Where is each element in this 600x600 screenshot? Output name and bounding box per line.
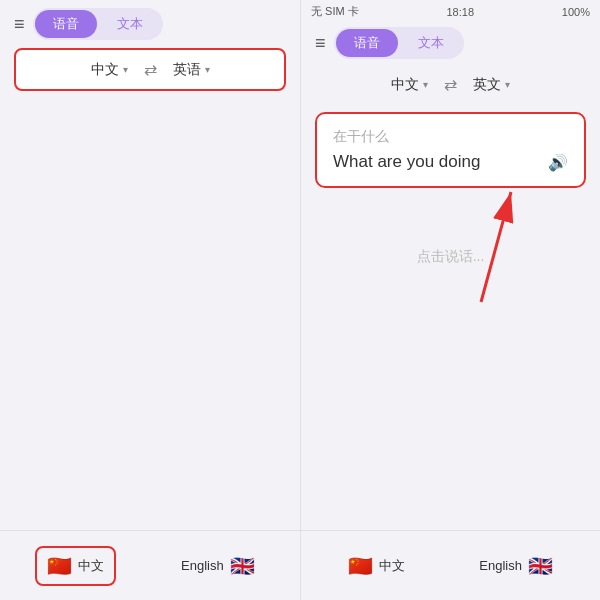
speaker-icon[interactable]: 🔊	[548, 153, 568, 172]
left-hamburger-icon[interactable]: ≡	[14, 14, 25, 35]
translation-result-text: What are you doing	[333, 152, 480, 172]
right-bottom-chinese-label: 中文	[379, 557, 405, 575]
right-header: ≡ 语音 文本	[301, 19, 600, 67]
right-lang-row: 中文 ▾ ⇄ 英文 ▾	[301, 67, 600, 102]
left-swap-icon[interactable]: ⇄	[144, 60, 157, 79]
right-tab-text[interactable]: 文本	[400, 29, 462, 57]
battery-label: 100%	[562, 6, 590, 18]
left-source-lang-arrow: ▾	[123, 64, 128, 75]
left-bottom-chinese-item[interactable]: 🇨🇳 中文	[35, 546, 116, 586]
left-target-lang-button[interactable]: 英语 ▾	[173, 61, 210, 79]
right-china-flag: 🇨🇳	[348, 554, 373, 578]
left-bottom-english-item[interactable]: English 🇬🇧	[171, 548, 265, 584]
left-china-flag: 🇨🇳	[47, 554, 72, 578]
right-bottom-english-item[interactable]: English 🇬🇧	[469, 548, 563, 584]
right-uk-flag: 🇬🇧	[528, 554, 553, 578]
right-panel: 无 SIM 卡 18:18 100% ≡ 语音 文本 中文 ▾ ⇄ 英文 ▾ 在…	[300, 0, 600, 600]
right-swap-icon[interactable]: ⇄	[444, 75, 457, 94]
right-bottom-chinese-item[interactable]: 🇨🇳 中文	[338, 548, 415, 584]
left-tab-text[interactable]: 文本	[99, 10, 161, 38]
right-source-lang-button[interactable]: 中文 ▾	[391, 76, 428, 94]
translation-source-text: 在干什么	[333, 128, 568, 146]
right-tab-group: 语音 文本	[334, 27, 464, 59]
right-tab-voice[interactable]: 语音	[336, 29, 398, 57]
left-tab-group: 语音 文本	[33, 8, 163, 40]
svg-line-1	[481, 192, 511, 302]
right-status-bar: 无 SIM 卡 18:18 100%	[301, 0, 600, 19]
translation-box: 在干什么 What are you doing 🔊	[315, 112, 586, 188]
left-lang-row: 中文 ▾ ⇄ 英语 ▾	[14, 48, 286, 91]
left-uk-flag: 🇬🇧	[230, 554, 255, 578]
right-source-lang-label: 中文	[391, 76, 419, 94]
right-target-lang-button[interactable]: 英文 ▾	[473, 76, 510, 94]
left-bottom-english-label: English	[181, 558, 224, 573]
left-tab-voice[interactable]: 语音	[35, 10, 97, 38]
status-time: 18:18	[447, 6, 475, 18]
left-panel: ≡ 语音 文本 中文 ▾ ⇄ 英语 ▾ 🇨🇳 中文 English 🇬🇧	[0, 0, 300, 600]
right-target-lang-arrow: ▾	[505, 79, 510, 90]
left-main-area	[0, 91, 300, 530]
right-main-area: 在干什么 What are you doing 🔊 点击说话...	[301, 102, 600, 530]
right-source-lang-arrow: ▾	[423, 79, 428, 90]
left-header: ≡ 语音 文本	[0, 0, 300, 48]
right-bottom-bar: 🇨🇳 中文 English 🇬🇧	[301, 530, 600, 600]
left-bottom-chinese-label: 中文	[78, 557, 104, 575]
click-hint-text: 点击说话...	[311, 248, 590, 266]
right-bottom-english-label: English	[479, 558, 522, 573]
left-bottom-bar: 🇨🇳 中文 English 🇬🇧	[0, 530, 300, 600]
left-source-lang-label: 中文	[91, 61, 119, 79]
left-target-lang-label: 英语	[173, 61, 201, 79]
right-target-lang-label: 英文	[473, 76, 501, 94]
left-source-lang-button[interactable]: 中文 ▾	[91, 61, 128, 79]
right-hamburger-icon[interactable]: ≡	[315, 33, 326, 54]
left-target-lang-arrow: ▾	[205, 64, 210, 75]
carrier-label: 无 SIM 卡	[311, 4, 359, 19]
